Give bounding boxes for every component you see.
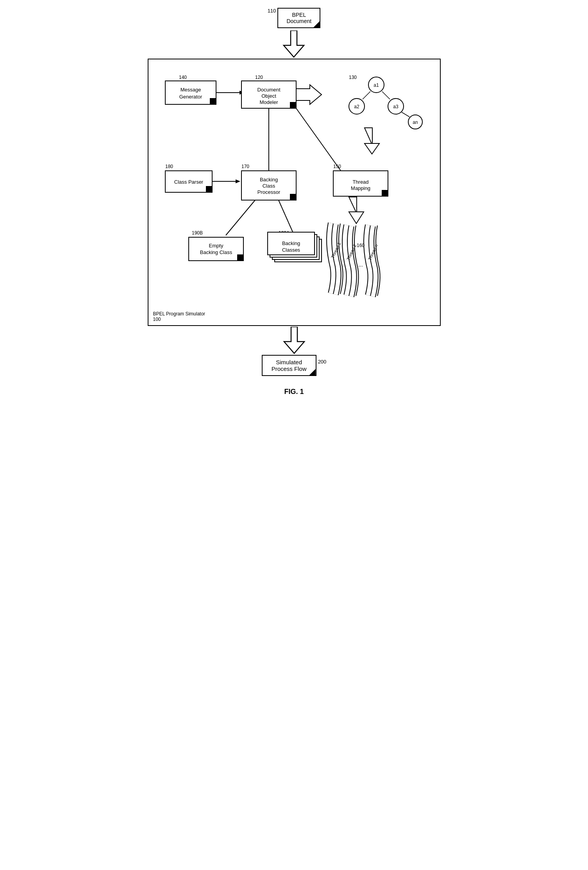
tree-node-an-label: an [413,120,418,125]
bottom-arrow-down [282,327,306,354]
tm-text2: Mapping [351,185,370,191]
top-arrow-down [282,30,306,58]
message-generator-box [165,81,216,104]
bpel-doc-line1: BPEL [292,12,306,18]
msg-gen-text1: Message [180,87,201,93]
ebc-text2: Backing Class [200,249,232,255]
bcp-text3: Processor [257,189,280,195]
dom-to-tree-arrow [296,85,322,104]
ebc-dogear [237,254,243,261]
thread-dots: ... [358,261,363,268]
tm-to-threads-arrow [349,197,364,224]
ref-170-label: 170 [241,164,249,169]
ref-200: 200 [318,359,327,365]
bcp-text2: Class [262,183,275,189]
bc-text: Backing [282,240,300,246]
ref-160-label: 160 [356,243,364,248]
fig-label: FIG. 1 [284,388,304,396]
sim-line1: Simulated [276,359,302,365]
cp-text: Class Parser [174,179,203,185]
ref-150-label: 150 [333,164,341,169]
bcp-text1: Backing [259,177,277,183]
tm-text1: Thread [352,179,368,185]
tree-node-a3-label: a3 [393,104,399,109]
dom-dogear [290,102,296,108]
dom-text2: Object [261,93,276,99]
cp-dogear [206,186,212,192]
tree-node-a1-label: a1 [374,82,379,88]
tree-line-a1-a2 [363,91,370,99]
dom-text3: Modeler [259,99,278,105]
msg-gen-dogear [210,98,216,104]
bcp-dogear [290,194,296,200]
ref-140-label: 140 [179,75,187,80]
bcp-to-ebc-line [226,200,255,235]
msg-gen-text2: Generator [179,94,202,100]
ebc-text1: Empty [209,243,223,249]
tm-dogear [382,190,388,196]
bottom-section: Simulated Process Flow 200 [262,355,327,376]
sim-process-box: Simulated Process Flow [262,355,316,376]
bc-text2: Classes [282,247,300,253]
ref-110: 110 [268,8,276,14]
ref-190b-label: 190B [192,230,203,236]
svg-marker-0 [284,30,304,57]
svg-marker-1 [284,327,304,353]
ebc-box [189,237,243,261]
sim-line2: Process Flow [272,365,307,372]
simulator-box: BPEL Program Simulator 100 140 Message G… [148,59,441,326]
diagram-svg: 140 Message Generator 120 Document Objec… [157,67,431,317]
dom-text1: Document [257,87,281,93]
bpel-document-box: BPEL Document [277,8,320,28]
tree-to-tm-arrow [365,128,379,154]
ref-120-label: 120 [255,75,263,80]
tree-node-a2-label: a2 [354,104,359,109]
arrowhead-cp-bcp [236,179,240,183]
simulator-label: BPEL Program Simulator 100 [153,311,206,322]
tree-line-a3-an [402,112,409,117]
ref-180-label: 180 [165,164,173,169]
ref-130-label: 130 [349,75,357,80]
page-container: 110 BPEL Document BPEL Program Simulator… [148,8,441,396]
bpel-doc-line2: Document [286,18,311,24]
top-section: 110 BPEL Document [268,8,321,59]
tree-line-a1-a3 [382,91,390,99]
